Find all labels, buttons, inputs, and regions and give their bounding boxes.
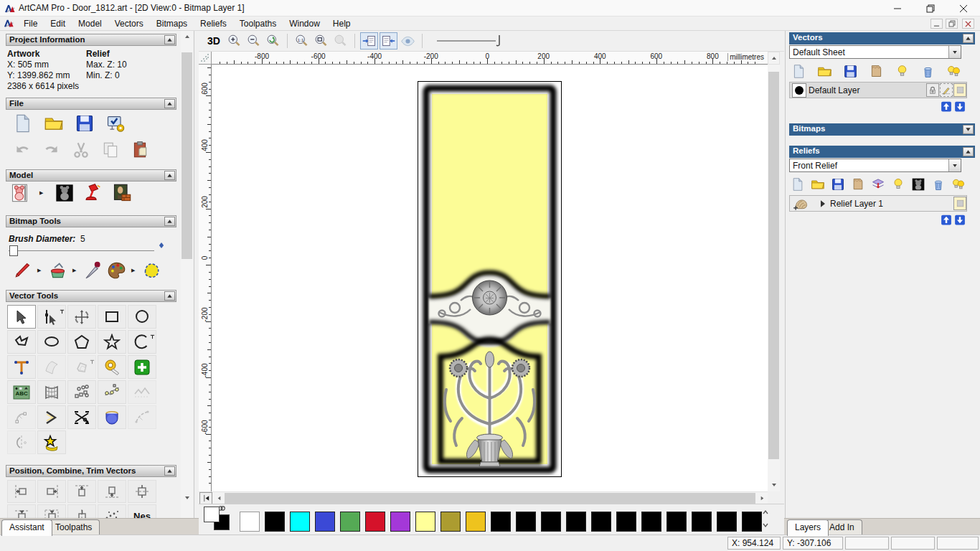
move-layer-down-button[interactable] — [954, 101, 966, 112]
create-circle-button[interactable] — [128, 305, 156, 329]
create-rectangle-button[interactable] — [98, 305, 126, 329]
open-relief-icon[interactable] — [811, 177, 825, 192]
section-project-information[interactable]: Project Information — [6, 34, 176, 46]
simplify-vectors-button[interactable] — [128, 380, 156, 404]
save-vectors-icon[interactable] — [843, 64, 858, 79]
scrollbar-thumb[interactable] — [182, 52, 192, 259]
invert-model-icon[interactable] — [55, 183, 75, 203]
section-vector-tools[interactable]: Vector Tools — [6, 290, 176, 302]
menu-model[interactable]: Model — [72, 17, 108, 31]
align-left-button[interactable] — [7, 480, 36, 503]
zoom-object-button[interactable] — [331, 32, 349, 50]
lighting-icon[interactable] — [83, 183, 103, 203]
wrap-text-button[interactable] — [37, 355, 66, 379]
align-center-v-button[interactable] — [7, 504, 36, 518]
collapse-button[interactable] — [164, 217, 175, 226]
set-model-size-icon[interactable] — [10, 183, 30, 203]
colour-picker-icon[interactable] — [83, 260, 103, 280]
section-file[interactable]: File — [6, 98, 176, 110]
palette-swatch-3[interactable] — [315, 512, 335, 532]
show-layer-icon[interactable] — [895, 64, 910, 79]
section-bitmap-tools[interactable]: Bitmap Tools — [6, 215, 176, 227]
texture-relief-icon[interactable] — [112, 183, 132, 203]
align-middle-button[interactable] — [67, 504, 96, 518]
palette-swatch-6[interactable] — [390, 512, 410, 532]
trim-vectors-button[interactable] — [67, 405, 96, 429]
brush-flyout-icon[interactable] — [159, 242, 164, 248]
new-sheet-icon[interactable] — [791, 64, 806, 79]
scroll-up-button[interactable] — [768, 52, 780, 65]
vector-layer-row[interactable]: Default Layer — [789, 82, 967, 98]
child-close-button[interactable] — [962, 19, 974, 29]
window-maximize-button[interactable] — [914, 0, 947, 17]
collapse-button[interactable] — [164, 35, 175, 44]
palette-swatch-8[interactable] — [440, 512, 461, 532]
menu-bitmaps[interactable]: Bitmaps — [150, 17, 194, 31]
vector-sheet-select[interactable]: Default Sheet — [789, 45, 961, 59]
child-restore-button[interactable] — [946, 19, 958, 29]
palette-swatch-18[interactable] — [692, 512, 712, 532]
menu-vectors[interactable]: Vectors — [108, 17, 150, 31]
relief-preview-button[interactable] — [399, 32, 417, 50]
layer-colour-swatch[interactable] — [792, 83, 806, 98]
combine-relief-icon[interactable] — [871, 177, 885, 192]
zoom-previous-button[interactable] — [264, 32, 282, 50]
block-copy-button[interactable] — [67, 380, 96, 404]
new-model-icon[interactable] — [13, 113, 33, 133]
expand-button[interactable] — [963, 125, 974, 134]
child-minimize-button[interactable] — [930, 19, 943, 29]
canvas-horizontal-scrollbar[interactable] — [199, 491, 768, 504]
measure-tool-button[interactable] — [98, 355, 126, 379]
copy-icon[interactable] — [101, 141, 120, 159]
palette-swatch-14[interactable] — [591, 512, 611, 532]
restore-panel-button[interactable] — [199, 492, 212, 504]
canvas-vertical-scrollbar[interactable] — [768, 65, 780, 491]
align-top-button[interactable] — [67, 480, 96, 503]
vector-layer-name[interactable]: Default Layer — [809, 85, 925, 95]
menu-window[interactable]: Window — [283, 17, 326, 31]
palette-swatch-16[interactable] — [641, 512, 661, 532]
move-relief-up-button[interactable] — [941, 215, 952, 225]
tab-toolpaths[interactable]: Toolpaths — [47, 519, 100, 535]
relief-layer-name[interactable]: Relief Layer 1 — [830, 199, 953, 209]
delete-layer-icon[interactable] — [920, 64, 936, 79]
window-minimize-button[interactable] — [881, 0, 914, 17]
palette-swatch-2[interactable] — [290, 512, 310, 532]
palette-flyout[interactable]: ▶ — [131, 261, 137, 280]
create-polygon-button[interactable] — [67, 330, 96, 354]
import-relief-icon[interactable] — [851, 177, 865, 192]
cut-icon[interactable] — [72, 141, 90, 159]
scroll-down-button[interactable] — [768, 479, 780, 491]
palette-swatch-7[interactable] — [415, 512, 435, 532]
relief-select[interactable]: Front Relief — [789, 159, 961, 172]
section-model[interactable]: Model — [6, 169, 176, 182]
align-center-h-button[interactable] — [37, 504, 66, 518]
offset-vectors-button[interactable] — [67, 355, 96, 379]
spread-points-button[interactable] — [98, 504, 126, 518]
relief-layer-row[interactable]: Relief Layer 1 — [789, 195, 967, 212]
scrollbar-thumb[interactable] — [225, 493, 755, 504]
contrast-slider-track[interactable] — [437, 40, 496, 42]
join-vectors-button[interactable] — [128, 405, 156, 429]
select-vectors-button[interactable] — [7, 305, 36, 329]
relief-visibility-button[interactable] — [953, 197, 966, 210]
greyscale-preview-icon[interactable] — [911, 177, 925, 192]
collapse-button[interactable] — [963, 34, 974, 43]
text-in-block-button[interactable]: ABC — [7, 380, 36, 404]
palette-swatch-12[interactable] — [541, 512, 561, 532]
toggle-all-layers-icon[interactable] — [946, 64, 961, 79]
flood-fill-icon[interactable] — [48, 260, 67, 280]
create-arc-button[interactable] — [128, 330, 156, 354]
create-star-button[interactable] — [98, 330, 126, 354]
tab-assistant[interactable]: Assistant — [1, 519, 52, 536]
solid-fill-icon[interactable] — [142, 260, 161, 280]
collapse-button[interactable] — [164, 291, 175, 301]
layer-snap-button[interactable] — [940, 83, 953, 97]
collapse-button[interactable] — [164, 99, 175, 108]
create-text-button[interactable] — [7, 355, 36, 379]
redo-icon[interactable] — [42, 141, 61, 159]
show-relief-layer-icon[interactable] — [891, 177, 905, 192]
palette-swatch-9[interactable] — [466, 512, 486, 532]
collapse-button[interactable] — [164, 466, 175, 476]
window-close-button[interactable] — [947, 0, 980, 17]
